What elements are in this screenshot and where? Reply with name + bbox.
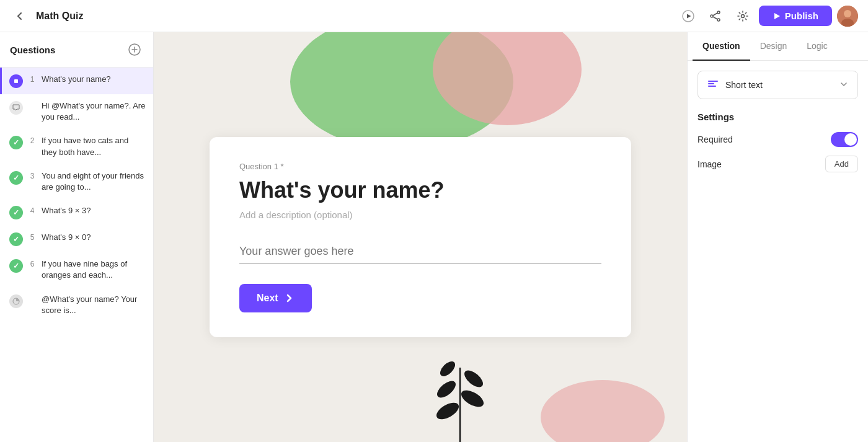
q6-text: If you have nine bags of oranges and eac… (42, 259, 146, 281)
speech-text: Hi @What's your name?. Are you read... (42, 100, 146, 123)
canvas: Question 1 * What's your name? Add a des… (154, 32, 687, 442)
svg-point-7 (741, 14, 744, 17)
answer-input[interactable] (239, 240, 601, 264)
play-button[interactable] (677, 5, 699, 27)
svg-point-10 (844, 10, 851, 17)
svg-point-20 (434, 399, 462, 422)
svg-point-18 (433, 32, 582, 125)
svg-point-4 (717, 19, 720, 21)
svg-point-17 (290, 32, 513, 150)
panel-tabs: Question Design Logic (688, 32, 868, 61)
question-item-end[interactable]: @What's your name? Your score is... (0, 288, 153, 322)
quiz-card: Question 1 * What's your name? Add a des… (210, 137, 631, 337)
app-title: Math Quiz (36, 11, 83, 22)
svg-rect-26 (708, 81, 718, 82)
questions-list: 1 What's your name? Hi @What's your name… (0, 68, 153, 442)
q4-indicator: ✓ (9, 206, 23, 219)
tab-logic[interactable]: Logic (797, 32, 837, 61)
question-item-3[interactable]: ✓ 3 You and eight of your friends are go… (0, 164, 153, 199)
main-layout: Questions 1 What's your name? (0, 32, 868, 442)
svg-point-2 (717, 11, 720, 14)
q5-text: What's 9 × 0? (42, 232, 91, 243)
end-num (28, 294, 37, 295)
topbar-left: Math Quiz (10, 6, 83, 26)
q5-num: 5 (28, 232, 37, 242)
question-description[interactable]: Add a description (optional) (239, 210, 601, 220)
svg-rect-15 (14, 79, 18, 83)
publish-label: Publish (785, 11, 818, 21)
svg-point-23 (461, 368, 485, 391)
publish-button[interactable]: Publish (759, 6, 832, 26)
end-text: @What's your name? Your score is... (42, 294, 146, 316)
sidebar-title: Questions (10, 45, 55, 55)
type-selector-left: Short text (707, 77, 763, 92)
question-title: What's your name? (239, 177, 601, 203)
q3-indicator: ✓ (9, 171, 23, 185)
tab-design[interactable]: Design (750, 32, 797, 61)
svg-line-5 (713, 13, 717, 15)
add-question-button[interactable] (126, 41, 143, 58)
speech-indicator (9, 101, 23, 115)
question-item-6[interactable]: ✓ 6 If you have nine bags of oranges and… (0, 252, 153, 287)
type-selector[interactable]: Short text (698, 71, 858, 99)
q1-num: 1 (28, 74, 37, 84)
q1-text: What's your name? (42, 74, 111, 85)
q4-text: What's 9 × 3? (42, 205, 91, 216)
svg-point-24 (438, 359, 458, 379)
sidebar-header: Questions (0, 32, 153, 68)
q1-indicator (9, 74, 23, 88)
question-item-1[interactable]: 1 What's your name? (0, 68, 153, 94)
end-indicator (9, 294, 23, 308)
settings-title: Settings (698, 112, 858, 122)
tab-question[interactable]: Question (693, 32, 750, 61)
svg-point-3 (711, 15, 713, 17)
avatar (837, 6, 858, 27)
question-item-4[interactable]: ✓ 4 What's 9 × 3? (0, 199, 153, 226)
question-label: Question 1 * (239, 162, 601, 171)
right-panel: Question Design Logic Short text (687, 32, 868, 442)
q3-num: 3 (28, 170, 37, 180)
topbar: Math Quiz (0, 0, 868, 32)
short-text-icon (707, 77, 719, 92)
settings-section: Settings Required Image Add (698, 112, 858, 172)
svg-line-6 (713, 17, 717, 19)
q6-num: 6 (28, 259, 37, 268)
topbar-right: Publish (677, 5, 858, 27)
next-label: Next (257, 293, 278, 304)
question-item-5[interactable]: ✓ 5 What's 9 × 0? (0, 226, 153, 252)
add-image-button[interactable]: Add (825, 156, 858, 172)
q2-text: If you have two cats and they both have.… (42, 135, 146, 157)
q6-indicator: ✓ (9, 259, 23, 273)
panel-body: Short text Settings Required Image Add (688, 61, 868, 442)
type-label: Short text (725, 80, 763, 90)
chevron-down-icon (839, 79, 849, 91)
svg-rect-27 (708, 83, 714, 84)
next-button[interactable]: Next (239, 284, 312, 312)
svg-point-22 (434, 378, 458, 401)
svg-marker-1 (687, 14, 691, 18)
svg-rect-28 (708, 86, 716, 87)
share-button[interactable] (704, 5, 727, 27)
question-item-speech[interactable]: Hi @What's your name?. Are you read... (0, 94, 153, 129)
svg-marker-8 (774, 13, 780, 19)
svg-point-21 (459, 387, 487, 410)
q2-num: 2 (28, 135, 37, 145)
q5-indicator: ✓ (9, 232, 23, 246)
svg-point-25 (541, 380, 665, 442)
q4-num: 4 (28, 205, 37, 215)
required-row: Required (698, 132, 858, 147)
q3-text: You and eight of your friends are going … (42, 170, 146, 193)
q2-indicator: ✓ (9, 136, 23, 149)
speech-num (28, 100, 37, 102)
image-label: Image (698, 159, 722, 169)
required-toggle[interactable] (831, 132, 858, 147)
question-item-2[interactable]: ✓ 2 If you have two cats and they both h… (0, 129, 153, 164)
settings-button[interactable] (732, 5, 754, 27)
image-row: Image Add (698, 156, 858, 172)
back-button[interactable] (10, 6, 30, 26)
sidebar: Questions 1 What's your name? (0, 32, 154, 442)
required-label: Required (698, 135, 733, 144)
